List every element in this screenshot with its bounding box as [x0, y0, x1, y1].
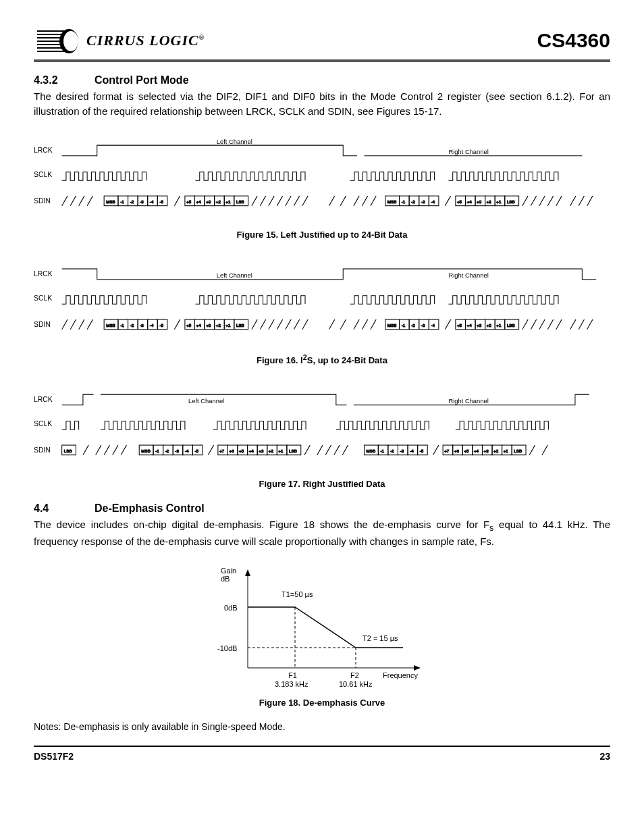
- svg-text:LSB: LSB: [514, 448, 522, 452]
- svg-text:+1: +1: [225, 322, 231, 327]
- svg-text:+3: +3: [206, 199, 211, 203]
- svg-text:-3: -3: [140, 199, 144, 203]
- svg-text:LSB: LSB: [507, 199, 515, 203]
- svg-text:MSB: MSB: [367, 448, 376, 452]
- svg-text:+2: +2: [493, 448, 499, 452]
- company-logo: CIRRUS LOGIC®: [34, 27, 205, 54]
- svg-text:-4: -4: [185, 448, 189, 452]
- svg-text:+1: +1: [496, 322, 502, 327]
- svg-text:F1: F1: [288, 671, 297, 679]
- section-44-heading: 4.4De-Emphasis Control: [34, 502, 610, 515]
- doc-id: DS517F2: [34, 751, 74, 762]
- svg-text:-3: -3: [175, 448, 179, 452]
- svg-text:LSB: LSB: [236, 199, 244, 203]
- svg-text:-2: -2: [130, 199, 134, 203]
- svg-text:+6: +6: [230, 448, 235, 452]
- svg-text:-5: -5: [159, 322, 163, 327]
- svg-text:MSB: MSB: [387, 322, 397, 327]
- svg-text:+2: +2: [487, 322, 492, 327]
- svg-text:MSB: MSB: [141, 448, 151, 452]
- svg-text:Right Channel: Right Channel: [448, 271, 488, 278]
- svg-text:Left Channel: Left Channel: [217, 138, 252, 145]
- svg-text:-4: -4: [150, 322, 154, 327]
- figure-18-caption: Figure 18. De-emphasis Curve: [34, 698, 610, 708]
- svg-text:LRCK: LRCK: [34, 395, 53, 402]
- svg-text:+3: +3: [206, 322, 211, 327]
- svg-text:-3: -3: [421, 199, 425, 203]
- svg-text:+1: +1: [278, 448, 284, 452]
- svg-text:+5: +5: [186, 322, 192, 327]
- section-432-text: The desired format is selected via the D…: [34, 89, 610, 119]
- svg-text:+2: +2: [269, 448, 274, 452]
- svg-text:+5: +5: [186, 199, 192, 203]
- svg-marker-168: [245, 569, 250, 576]
- svg-text:Left Channel: Left Channel: [217, 271, 252, 278]
- svg-text:+3: +3: [477, 322, 482, 327]
- svg-text:0dB: 0dB: [224, 604, 238, 612]
- svg-text:T2 = 15 µs: T2 = 15 µs: [363, 634, 398, 642]
- svg-text:MSB: MSB: [106, 322, 115, 327]
- svg-text:-4: -4: [431, 199, 435, 203]
- svg-text:+5: +5: [464, 448, 469, 452]
- svg-text:-2: -2: [411, 322, 415, 327]
- svg-text:GaindB: GaindB: [221, 567, 236, 583]
- svg-text:-1: -1: [155, 448, 159, 452]
- svg-text:-4: -4: [150, 199, 154, 203]
- svg-text:+3: +3: [484, 448, 489, 452]
- svg-text:SDIN: SDIN: [34, 446, 51, 453]
- part-number: CS4360: [537, 29, 610, 52]
- svg-text:-5: -5: [420, 448, 424, 452]
- svg-text:SCLK: SCLK: [34, 171, 52, 178]
- svg-text:SCLK: SCLK: [34, 294, 52, 302]
- svg-text:-3: -3: [421, 322, 425, 327]
- svg-text:+3: +3: [477, 199, 482, 203]
- svg-point-1: [63, 31, 78, 51]
- svg-text:-2: -2: [411, 199, 415, 203]
- svg-text:-2: -2: [390, 448, 394, 452]
- svg-text:LRCK: LRCK: [34, 269, 53, 277]
- svg-text:+2: +2: [216, 322, 221, 327]
- svg-text:+1: +1: [496, 199, 502, 203]
- svg-text:LSB: LSB: [507, 322, 515, 327]
- page-header: CIRRUS LOGIC® CS4360: [34, 27, 610, 54]
- svg-text:3.183 kHz: 3.183 kHz: [275, 680, 308, 688]
- svg-text:LRCK: LRCK: [34, 146, 53, 153]
- figure-15-caption: Figure 15. Left Justified up to 24-Bit D…: [34, 230, 610, 240]
- svg-text:+4: +4: [467, 199, 473, 203]
- svg-text:+4: +4: [196, 322, 202, 327]
- notes-text: Notes: De-emphasis is only available in …: [34, 721, 610, 732]
- svg-text:-5: -5: [194, 448, 198, 452]
- svg-text:+7: +7: [444, 448, 450, 452]
- svg-text:-1: -1: [402, 322, 406, 327]
- svg-text:10.61 kHz: 10.61 kHz: [339, 680, 373, 688]
- svg-text:+5: +5: [457, 322, 462, 327]
- svg-text:MSB: MSB: [106, 199, 115, 203]
- svg-text:LSB: LSB: [64, 448, 72, 452]
- svg-text:-4: -4: [431, 322, 435, 327]
- svg-text:+1: +1: [504, 448, 509, 452]
- svg-text:-1: -1: [120, 199, 124, 203]
- company-name: CIRRUS LOGIC®: [86, 32, 205, 49]
- svg-text:-2: -2: [165, 448, 169, 452]
- page-number: 23: [599, 751, 610, 762]
- svg-text:SCLK: SCLK: [34, 420, 52, 427]
- svg-text:+7: +7: [219, 448, 225, 452]
- svg-text:-3: -3: [140, 322, 144, 327]
- svg-text:+4: +4: [249, 448, 254, 452]
- svg-text:-4: -4: [410, 448, 414, 452]
- svg-text:F2: F2: [350, 671, 359, 679]
- svg-text:Left Channel: Left Channel: [188, 397, 224, 404]
- svg-text:+2: +2: [216, 199, 221, 203]
- svg-text:-3: -3: [400, 448, 404, 452]
- section-432-heading: 4.3.2Control Port Mode: [34, 74, 610, 86]
- svg-text:+1: +1: [225, 199, 231, 203]
- svg-text:LSB: LSB: [236, 322, 244, 327]
- svg-text:-10dB: -10dB: [217, 644, 237, 652]
- svg-text:Right Channel: Right Channel: [448, 397, 488, 404]
- svg-text:-2: -2: [130, 322, 134, 327]
- svg-text:+4: +4: [196, 199, 202, 203]
- figure-16-caption: Figure 16. I2S, up to 24-Bit Data: [34, 353, 610, 365]
- svg-text:-5: -5: [159, 199, 163, 203]
- svg-text:+6: +6: [454, 448, 460, 452]
- svg-text:+2: +2: [487, 199, 492, 203]
